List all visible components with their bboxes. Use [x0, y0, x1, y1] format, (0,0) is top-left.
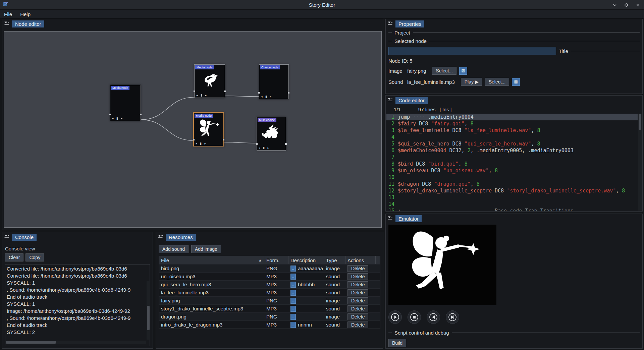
node-transport-icons[interactable]: ◂ ▮ ▸ — [196, 142, 207, 145]
panel-collapse-icon[interactable] — [387, 97, 393, 103]
console-hscrollbar-thumb[interactable] — [6, 341, 56, 344]
code-line[interactable]: 10 — [386, 174, 638, 181]
code-line[interactable]: 13 — [386, 194, 638, 201]
maximize-button[interactable] — [623, 2, 629, 8]
clear-button[interactable]: Clear — [5, 253, 23, 261]
build-button[interactable]: Build — [388, 339, 406, 347]
table-row[interactable]: story1_drako_luminelle_sceptre.mp3MP3..s… — [159, 304, 380, 312]
edit-description-button[interactable]: .. — [290, 282, 296, 288]
stop-button[interactable] — [408, 310, 421, 324]
edit-description-button[interactable]: .. — [290, 314, 296, 320]
delete-button[interactable]: Delete — [347, 313, 368, 320]
sound-select-button[interactable]: Select... — [485, 78, 509, 86]
node-transport-icons[interactable]: ◂ ▮ ▸ — [112, 117, 123, 120]
code-line[interactable]: 9$un_oiseau DC8 "un_oiseau.wav", 8 — [386, 167, 638, 174]
delete-button[interactable]: Delete — [347, 273, 368, 280]
code-line[interactable]: 5$qui_sera_le_hero DC8 "qui_sera_le_hero… — [386, 140, 638, 147]
sound-clear-button[interactable]: ⊠ — [512, 78, 520, 86]
graph-node[interactable]: Media node◂ ▮ ▸ — [110, 85, 141, 121]
code-scrollbar[interactable] — [638, 114, 642, 211]
delete-button[interactable]: Delete — [347, 289, 368, 296]
edit-description-button[interactable]: .. — [290, 322, 296, 328]
code-line[interactable]: 12$story1_drako_luminelle_sceptre DC8 "s… — [386, 187, 638, 194]
play-button[interactable] — [388, 310, 402, 324]
panel-collapse-icon[interactable] — [158, 234, 163, 240]
table-row[interactable]: intro_drako_le_dragon.mp3MP3..nnnnnsound… — [159, 320, 380, 329]
header-description[interactable]: Description — [288, 256, 324, 264]
table-row[interactable]: bird.pngPNG..aaaaaaaaaimageDelete — [159, 264, 380, 272]
header-type[interactable]: Type — [324, 256, 345, 264]
table-row[interactable]: dragon.pngPNG..imageDelete — [159, 312, 380, 320]
close-button[interactable] — [635, 2, 641, 8]
input-pin[interactable] — [258, 92, 260, 94]
code-line[interactable]: 7 — [386, 154, 638, 161]
graph-node[interactable]: Choice node◂ ▮ ▸ — [259, 64, 289, 99]
add-image-button[interactable]: Add image — [191, 245, 221, 253]
image-select-button[interactable]: Select... — [432, 67, 457, 75]
output-pin[interactable] — [285, 143, 287, 145]
title-input[interactable] — [388, 47, 556, 55]
console-log[interactable]: Converted file: /home/anthony/ostproj/ba… — [5, 264, 150, 346]
graph-node[interactable]: Media node◂ ▮ ▸ — [193, 112, 224, 147]
node-transport-icons[interactable]: ◂ ▮ ▸ — [259, 146, 270, 150]
delete-button[interactable]: Delete — [347, 322, 368, 328]
table-row[interactable]: qui_sera_le_hero.mp3MP3..bbbbbbsoundDele… — [159, 280, 380, 288]
input-pin[interactable] — [109, 114, 111, 115]
delete-button[interactable]: Delete — [347, 265, 368, 272]
panel-collapse-icon[interactable] — [387, 216, 393, 222]
console-hscrollbar[interactable] — [5, 341, 146, 344]
title-bar[interactable]: Story Editor — [0, 0, 644, 10]
code-line[interactable]: 8$bird DC8 "bird.qoi", 8 — [386, 161, 638, 167]
header-file[interactable]: File ▲ — [159, 256, 264, 264]
code-line[interactable]: 2$fairy DC8 "fairy.qoi", 8 — [386, 120, 638, 127]
table-row[interactable]: un_oiseau.mp3MP3..soundDelete — [159, 272, 380, 280]
step-forward-button[interactable] — [446, 310, 459, 324]
node-transport-icons[interactable]: ◂ ▮ ▸ — [196, 94, 208, 97]
panel-collapse-icon[interactable] — [4, 21, 9, 27]
node-canvas[interactable]: Media node◂ ▮ ▸Media node◂ ▮ ▸Choice nod… — [4, 31, 382, 228]
delete-button[interactable]: Delete — [347, 297, 368, 304]
output-pin[interactable] — [288, 92, 289, 94]
graph-node[interactable]: Media node◂ ▮ ▸ — [194, 64, 225, 98]
code-lines[interactable]: 1jump ···· .mediaEntry00042$fairy DC8 "f… — [386, 114, 638, 211]
input-pin[interactable] — [256, 143, 258, 145]
console-vscrollbar[interactable] — [147, 281, 150, 340]
edit-description-button[interactable]: .. — [290, 274, 296, 280]
minimize-button[interactable] — [612, 2, 618, 8]
code-line[interactable]: 6$mediaChoice0004 DC32, 2, .mediaEntry00… — [386, 147, 638, 154]
graph-node[interactable]: Multi choice◂ ▮ ▸ — [257, 117, 286, 151]
copy-button[interactable]: Copy — [25, 253, 44, 261]
menu-help[interactable]: Help — [16, 10, 35, 18]
code-line[interactable]: 3$la_fee_luminelle DC8 "la_fee_luminelle… — [386, 127, 638, 134]
code-line[interactable]: 11$dragon DC8 "dragon.qoi", 8 — [386, 181, 638, 187]
output-pin[interactable] — [223, 139, 224, 140]
code-line[interactable]: 4 — [386, 134, 638, 140]
output-pin[interactable] — [140, 114, 142, 115]
code-scrollbar-thumb[interactable] — [639, 114, 641, 130]
step-back-button[interactable] — [427, 310, 440, 324]
delete-button[interactable]: Delete — [347, 281, 368, 288]
table-row[interactable]: la_fee_luminelle.mp3MP3..soundDelete — [159, 288, 380, 296]
header-format[interactable]: Form. — [264, 256, 288, 264]
header-actions[interactable]: Actions — [345, 256, 376, 264]
edit-description-button[interactable]: .. — [290, 306, 296, 312]
edit-description-button[interactable]: .. — [290, 266, 296, 272]
edit-description-button[interactable]: .. — [290, 298, 296, 304]
delete-button[interactable]: Delete — [347, 305, 368, 312]
menu-file[interactable]: File — [0, 10, 16, 18]
console-vscrollbar-thumb[interactable] — [147, 306, 150, 330]
table-row[interactable]: fairy.pngPNG..imageDelete — [159, 296, 380, 304]
panel-collapse-icon[interactable] — [4, 234, 9, 240]
code-line[interactable]: 14 — [386, 201, 638, 208]
code-line[interactable]: 15;------------------------------ Base c… — [386, 208, 638, 211]
input-pin[interactable] — [194, 91, 195, 92]
output-pin[interactable] — [224, 91, 226, 92]
code-line[interactable]: 1jump ···· .mediaEntry0004 — [386, 114, 638, 120]
input-pin[interactable] — [193, 139, 195, 140]
node-transport-icons[interactable]: ◂ ▮ ▸ — [261, 95, 272, 98]
edit-description-button[interactable]: .. — [290, 290, 296, 296]
add-sound-button[interactable]: Add sound — [159, 245, 189, 253]
sound-play-button[interactable]: Play ▶ — [461, 78, 482, 86]
image-clear-button[interactable]: ⊠ — [459, 67, 467, 75]
panel-collapse-icon[interactable] — [387, 21, 393, 27]
